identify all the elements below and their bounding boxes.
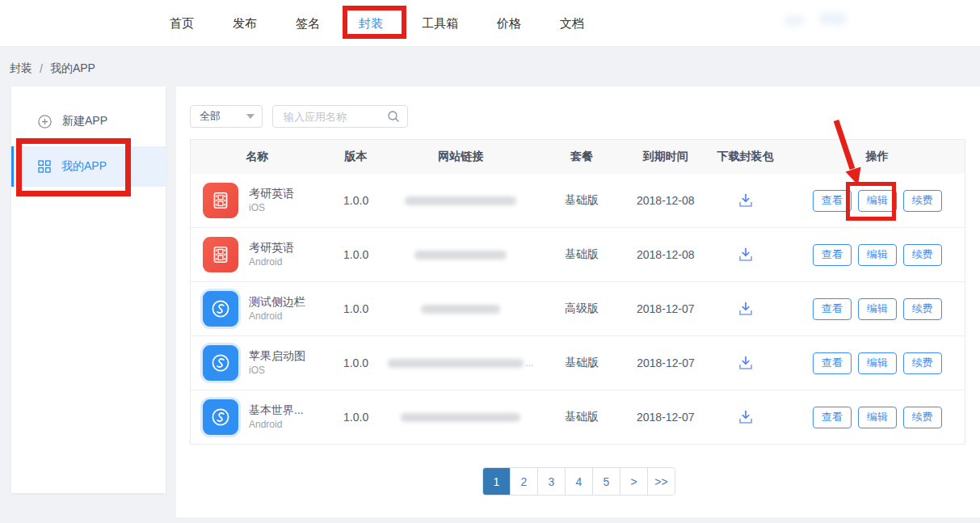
table-row: 苹果启动图 iOS 1.0.0 ... 基础版 2018-12-07 查看 编辑… bbox=[191, 335, 965, 390]
renew-button[interactable]: 续费 bbox=[903, 407, 942, 428]
s-logo-app-icon bbox=[203, 291, 238, 327]
last-page-button[interactable]: >> bbox=[647, 468, 675, 495]
view-button[interactable]: 查看 bbox=[813, 244, 852, 266]
nav-tab-package[interactable]: 封装 bbox=[357, 0, 385, 46]
app-expiry: 2018-12-07 bbox=[630, 411, 701, 424]
search-input[interactable] bbox=[282, 110, 387, 124]
chevron-down-icon bbox=[246, 114, 254, 119]
view-button[interactable]: 查看 bbox=[813, 352, 852, 374]
page-button-3[interactable]: 3 bbox=[537, 468, 565, 495]
col-header-download: 下载封装包 bbox=[701, 150, 790, 164]
masked-user-info bbox=[784, 15, 805, 26]
masked-website-link bbox=[388, 359, 524, 368]
edit-button[interactable]: 编辑 bbox=[858, 244, 897, 266]
breadcrumb: 封装 / 我的APP bbox=[10, 61, 95, 76]
nav-tab-sign[interactable]: 签名 bbox=[294, 0, 322, 46]
app-platform: iOS bbox=[249, 201, 294, 214]
table-row: 测试侧边栏 Android 1.0.0 高级版 2018-12-07 查看 编辑… bbox=[191, 281, 965, 335]
app-platform: Android bbox=[249, 310, 305, 323]
app-expiry: 2018-12-07 bbox=[630, 356, 701, 369]
plus-circle-icon bbox=[38, 115, 52, 129]
edit-button[interactable]: 编辑 bbox=[858, 190, 897, 212]
table-header-row: 名称 版本 网站链接 套餐 到期时间 下载封装包 操作 bbox=[191, 140, 965, 174]
nav-tab-home[interactable]: 首页 bbox=[168, 0, 196, 46]
page-button-2[interactable]: 2 bbox=[510, 468, 537, 495]
category-filter-select[interactable]: 全部 bbox=[190, 105, 263, 128]
main-nav: 首页 发布 签名 封装 工具箱 价格 文档 bbox=[168, 0, 586, 46]
category-filter-value: 全部 bbox=[200, 109, 221, 124]
app-plan: 基础版 bbox=[533, 356, 630, 370]
col-header-name: 名称 bbox=[191, 150, 324, 164]
col-header-plan: 套餐 bbox=[533, 150, 630, 164]
masked-user-info bbox=[819, 12, 847, 25]
app-expiry: 2018-12-08 bbox=[630, 248, 701, 261]
col-header-expiry: 到期时间 bbox=[630, 150, 701, 164]
nav-tab-toolbox[interactable]: 工具箱 bbox=[420, 0, 460, 46]
app-platform: Android bbox=[249, 255, 294, 268]
masked-website-link bbox=[401, 413, 520, 422]
app-version: 1.0.0 bbox=[324, 302, 389, 315]
download-icon[interactable] bbox=[737, 354, 755, 372]
view-button[interactable]: 查看 bbox=[813, 298, 852, 320]
app-plan: 高级版 bbox=[533, 302, 630, 316]
search-icon[interactable] bbox=[387, 110, 400, 123]
masked-website-link bbox=[421, 305, 500, 314]
edit-button[interactable]: 编辑 bbox=[858, 298, 897, 320]
grid-icon bbox=[38, 160, 51, 173]
edit-button[interactable]: 编辑 bbox=[858, 407, 897, 428]
app-table: 名称 版本 网站链接 套餐 到期时间 下载封装包 操作 考研英语 iOS bbox=[190, 139, 965, 445]
sidebar-item-label: 我的APP bbox=[61, 159, 107, 174]
breadcrumb-current: 我的APP bbox=[50, 61, 95, 76]
breadcrumb-separator: / bbox=[40, 62, 43, 75]
app-name: 测试侧边栏 bbox=[249, 294, 305, 310]
app-expiry: 2018-12-08 bbox=[630, 194, 701, 207]
s-logo-app-icon bbox=[203, 399, 238, 435]
app-version: 1.0.0 bbox=[324, 411, 389, 424]
sidebar: 新建APP 我的APP bbox=[11, 86, 166, 493]
sidebar-item-new-app[interactable]: 新建APP bbox=[11, 105, 166, 137]
page-button-5[interactable]: 5 bbox=[592, 468, 620, 495]
app-plan: 基础版 bbox=[533, 410, 630, 424]
film-app-icon bbox=[203, 237, 238, 272]
renew-button[interactable]: 续费 bbox=[903, 352, 942, 374]
masked-website-link bbox=[405, 196, 516, 205]
app-name: 苹果启动图 bbox=[249, 348, 305, 364]
link-ellipsis: ... bbox=[525, 357, 533, 369]
pagination: 1 2 3 4 5 > >> bbox=[482, 467, 675, 496]
renew-button[interactable]: 续费 bbox=[903, 190, 942, 212]
search-box bbox=[272, 105, 408, 128]
app-platform: iOS bbox=[249, 364, 305, 377]
view-button[interactable]: 查看 bbox=[813, 190, 852, 212]
edit-button[interactable]: 编辑 bbox=[858, 352, 897, 374]
col-header-version: 版本 bbox=[324, 150, 389, 164]
page-button-1[interactable]: 1 bbox=[483, 468, 510, 495]
view-button[interactable]: 查看 bbox=[813, 407, 852, 428]
table-row: 考研英语 Android 1.0.0 基础版 2018-12-08 查看 编辑 … bbox=[191, 227, 965, 281]
download-icon[interactable] bbox=[737, 192, 755, 209]
app-version: 1.0.0 bbox=[324, 356, 389, 369]
top-header: 首页 发布 签名 封装 工具箱 价格 文档 bbox=[0, 0, 980, 47]
sidebar-item-label: 新建APP bbox=[62, 114, 107, 129]
download-icon[interactable] bbox=[737, 246, 755, 264]
film-app-icon bbox=[203, 183, 238, 218]
masked-website-link bbox=[414, 251, 507, 259]
nav-tab-price[interactable]: 价格 bbox=[495, 0, 523, 46]
page-button-4[interactable]: 4 bbox=[565, 468, 592, 495]
app-plan: 基础版 bbox=[533, 193, 630, 208]
table-row: 基本世界... Android 1.0.0 基础版 2018-12-07 查看 … bbox=[191, 390, 965, 444]
breadcrumb-section[interactable]: 封装 bbox=[10, 61, 32, 76]
app-name: 基本世界... bbox=[249, 403, 304, 418]
download-icon[interactable] bbox=[737, 300, 755, 318]
col-header-link: 网站链接 bbox=[388, 150, 533, 164]
renew-button[interactable]: 续费 bbox=[903, 244, 942, 266]
renew-button[interactable]: 续费 bbox=[903, 298, 942, 320]
app-platform: Android bbox=[249, 418, 304, 431]
next-page-button[interactable]: > bbox=[620, 468, 647, 495]
nav-tab-docs[interactable]: 文档 bbox=[558, 0, 586, 46]
nav-tab-publish[interactable]: 发布 bbox=[231, 0, 259, 46]
download-icon[interactable] bbox=[737, 408, 755, 426]
app-name: 考研英语 bbox=[249, 186, 294, 201]
app-expiry: 2018-12-07 bbox=[630, 302, 701, 315]
sidebar-item-my-app[interactable]: 我的APP bbox=[11, 146, 166, 187]
col-header-actions: 操作 bbox=[789, 150, 965, 164]
